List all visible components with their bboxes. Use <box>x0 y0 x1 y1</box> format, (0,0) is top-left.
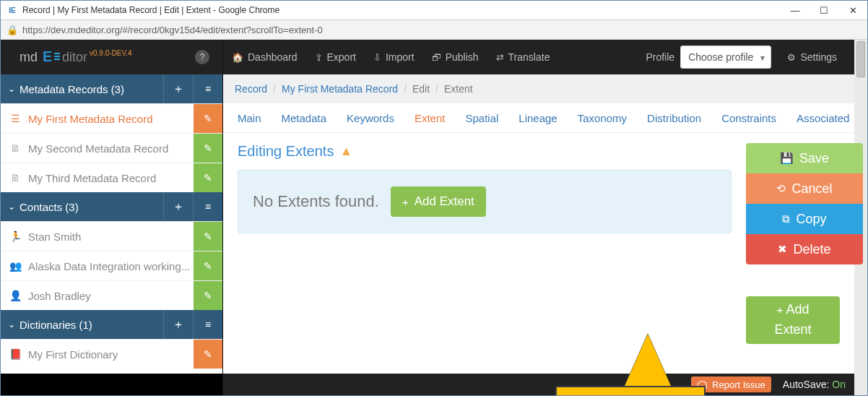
sidebar-section-dictionaries[interactable]: ⌄ Dictionaries (1) ＋ ≡ <box>1 310 222 339</box>
crumb-edit: Edit <box>412 83 430 95</box>
copy-button[interactable]: ⧉Copy <box>746 204 863 234</box>
scrollbar-thumb[interactable] <box>856 41 865 77</box>
save-button[interactable]: 💾Save <box>746 143 863 173</box>
add-record-button[interactable]: ＋ <box>163 74 193 103</box>
list-contacts-button[interactable]: ≡ <box>193 192 222 221</box>
edit-record-button[interactable]: ✎ <box>194 134 222 163</box>
edit-contact-button[interactable]: ✎ <box>194 251 222 280</box>
import-icon: ⇩ <box>373 52 381 63</box>
tab-constraints[interactable]: Constraints <box>721 112 776 124</box>
crumb-record[interactable]: Record <box>235 83 267 95</box>
document-icon: 🗎 <box>8 172 22 184</box>
sidebar-footer <box>1 374 222 395</box>
sidebar-section-contacts[interactable]: ⌄ Contacts (3) ＋ ≡ <box>1 192 222 221</box>
status-bar: ◯ Report Issue AutoSave: On <box>223 374 854 395</box>
caret-down-icon: ▾ <box>760 53 765 63</box>
translate-icon: ⇄ <box>496 52 504 63</box>
dictionary-item-label: My First Dictionary <box>28 348 194 361</box>
add-extent-button[interactable]: + Add Extent <box>391 186 486 217</box>
record-item-label: My Third Metadata Record <box>28 172 194 184</box>
add-contact-button[interactable]: ＋ <box>163 192 193 221</box>
contact-item-label: Alaska Data Integration working... <box>28 260 194 272</box>
delete-button[interactable]: ✖Delete <box>746 234 863 264</box>
publish-icon: 🗗 <box>432 52 441 63</box>
edit-contact-button[interactable]: ✎ <box>194 222 222 251</box>
nav-settings[interactable]: ⚙Settings <box>778 40 846 74</box>
tab-keywords[interactable]: Keywords <box>347 112 394 124</box>
sidebar-record-item[interactable]: ☰ My First Metadata Record ✎ <box>1 103 222 133</box>
gauge-icon: 🏠 <box>232 52 243 63</box>
record-tabs: Main Metadata Keywords Extent Spatial Li… <box>223 103 854 133</box>
stack-icon: ☰ <box>8 113 22 124</box>
document-icon: 🗎 <box>8 142 22 154</box>
warning-icon: ▲ <box>339 144 352 159</box>
edit-record-button[interactable]: ✎ <box>194 163 222 192</box>
contact-item-label: Stan Smith <box>28 231 194 243</box>
sidebar-contact-item[interactable]: 👥 Alaska Data Integration working... ✎ <box>1 251 222 280</box>
edit-contact-button[interactable]: ✎ <box>194 281 222 310</box>
sidebar-section-records[interactable]: ⌄ Metadata Records (3) ＋ ≡ <box>1 74 222 103</box>
brand-logo-icon: E <box>43 51 60 64</box>
side-add-extent-button[interactable]: + Add Extent <box>746 296 840 344</box>
tab-metadata[interactable]: Metadata <box>282 112 327 124</box>
page-title: Editing Extents ▲ <box>238 143 732 160</box>
nav-import[interactable]: ⇩Import <box>365 40 423 74</box>
url-text: https://dev.mdeditor.org/#/record/0kgv15… <box>22 25 323 35</box>
tab-associated[interactable]: Associated <box>797 112 849 124</box>
browser-address-bar[interactable]: 🔒 https://dev.mdeditor.org/#/record/0kgv… <box>1 20 867 40</box>
sidebar-record-item[interactable]: 🗎 My Second Metadata Record ✎ <box>1 133 222 163</box>
nav-publish[interactable]: 🗗Publish <box>423 40 487 74</box>
profile-select-value: Choose profile <box>688 51 753 63</box>
nav-dashboard[interactable]: 🏠Dashboard <box>223 40 306 74</box>
save-icon: 💾 <box>780 152 794 165</box>
plus-icon: + <box>777 304 784 316</box>
edit-record-button[interactable]: ✎ <box>194 104 222 133</box>
close-icon: ✖ <box>778 243 787 256</box>
sidebar-contacts-label: Contacts (3) <box>19 201 163 213</box>
tab-taxonomy[interactable]: Taxonomy <box>578 112 627 124</box>
tab-distribution[interactable]: Distribution <box>647 112 701 124</box>
sidebar-contact-item[interactable]: 🏃 Stan Smith ✎ <box>1 221 222 251</box>
brand-text-md: md <box>19 50 38 65</box>
nav-export[interactable]: ⇪Export <box>306 40 365 74</box>
book-icon: 📕 <box>8 348 22 360</box>
tab-spatial[interactable]: Spatial <box>465 112 498 124</box>
favicon-icon: IE <box>6 4 18 16</box>
person-icon: 🏃 <box>8 231 22 242</box>
sidebar-dictionary-item[interactable]: 📕 My First Dictionary ✎ <box>1 339 222 369</box>
brand-bar: md E ditor v0.9.0-DEV.4 ? <box>1 40 222 74</box>
crumb-record-name[interactable]: My First Metadata Record <box>282 83 398 95</box>
chevron-down-icon: ⌄ <box>6 202 17 212</box>
top-navbar: 🏠Dashboard ⇪Export ⇩Import 🗗Publish ⇄Tra… <box>223 40 854 74</box>
tab-extent[interactable]: Extent <box>415 112 446 124</box>
list-records-button[interactable]: ≡ <box>193 74 222 103</box>
lock-icon: 🔒 <box>6 25 18 35</box>
record-item-label: My First Metadata Record <box>28 113 194 125</box>
annotation-callout: Create New Extent <box>555 386 706 396</box>
nav-translate[interactable]: ⇄Translate <box>487 40 559 74</box>
editing-extents-label: Editing Extents <box>238 143 334 160</box>
edit-dictionary-button[interactable]: ✎ <box>194 340 222 369</box>
profile-select[interactable]: Choose profile ▾ <box>680 46 771 69</box>
sidebar-records-label: Metadata Records (3) <box>19 83 163 95</box>
profile-label: Profile <box>646 51 674 63</box>
window-close-button[interactable]: ✕ <box>838 1 867 20</box>
window-maximize-button[interactable]: ☐ <box>810 1 838 20</box>
window-title: Record | My First Metadata Record | Edit… <box>22 5 781 15</box>
gear-icon: ⚙ <box>787 52 796 63</box>
brand-version: v0.9.0-DEV.4 <box>90 49 132 57</box>
sidebar-contact-item[interactable]: 👤 Josh Bradley ✎ <box>1 280 222 310</box>
tab-main[interactable]: Main <box>238 112 261 124</box>
add-dictionary-button[interactable]: ＋ <box>163 310 193 339</box>
copy-icon: ⧉ <box>782 212 790 225</box>
autosave-indicator: AutoSave: On <box>783 379 846 390</box>
breadcrumb: Record / My First Metadata Record / Edit… <box>223 74 854 103</box>
cancel-button[interactable]: ⟲Cancel <box>746 173 863 204</box>
help-button[interactable]: ? <box>195 50 209 64</box>
window-minimize-button[interactable]: — <box>781 1 810 20</box>
sidebar-record-item[interactable]: 🗎 My Third Metadata Record ✎ <box>1 163 222 192</box>
list-dictionaries-button[interactable]: ≡ <box>193 310 222 339</box>
tab-lineage[interactable]: Lineage <box>518 112 557 124</box>
window-titlebar: IE Record | My First Metadata Record | E… <box>1 1 867 20</box>
crumb-extent: Extent <box>444 83 473 95</box>
